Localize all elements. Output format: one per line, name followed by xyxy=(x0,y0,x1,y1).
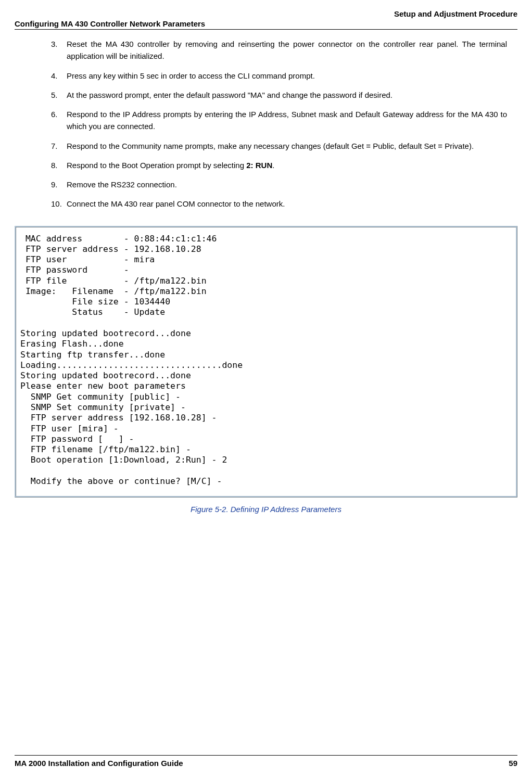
step-8-pre: Respond to the Boot Operation prompt by … xyxy=(67,161,246,170)
header-right: Setup and Adjustment Procedure xyxy=(15,9,517,18)
step-3: Reset the MA 430 controller by removing … xyxy=(67,38,507,62)
header-left: Configuring MA 430 Controller Network Pa… xyxy=(15,19,517,28)
step-8-post: . xyxy=(272,161,274,170)
step-10: Connect the MA 430 rear panel COM connec… xyxy=(67,198,507,210)
step-7: Respond to the Community name prompts, m… xyxy=(67,140,507,152)
step-8-bold: 2: RUN xyxy=(246,161,272,170)
step-4: Press any key within 5 sec in order to a… xyxy=(67,70,507,82)
footer-rule xyxy=(15,755,517,756)
step-9: Remove the RS232 connection. xyxy=(67,178,507,190)
footer-page-number: 59 xyxy=(509,759,517,768)
figure-caption: Figure 5-2. Defining IP Address Paramete… xyxy=(15,505,517,514)
footer-left: MA 2000 Installation and Configuration G… xyxy=(15,759,183,768)
terminal-output: MAC address - 0:88:44:c1:c1:46 FTP serve… xyxy=(16,227,516,496)
step-6: Respond to the IP Address prompts by ent… xyxy=(67,108,507,133)
instruction-list: Reset the MA 430 controller by removing … xyxy=(51,38,517,210)
page-footer: MA 2000 Installation and Configuration G… xyxy=(15,755,517,768)
header-rule xyxy=(15,29,517,30)
step-5: At the password prompt, enter the defaul… xyxy=(67,89,507,101)
terminal-screenshot: MAC address - 0:88:44:c1:c1:46 FTP serve… xyxy=(15,226,517,498)
step-8: Respond to the Boot Operation prompt by … xyxy=(67,159,507,171)
